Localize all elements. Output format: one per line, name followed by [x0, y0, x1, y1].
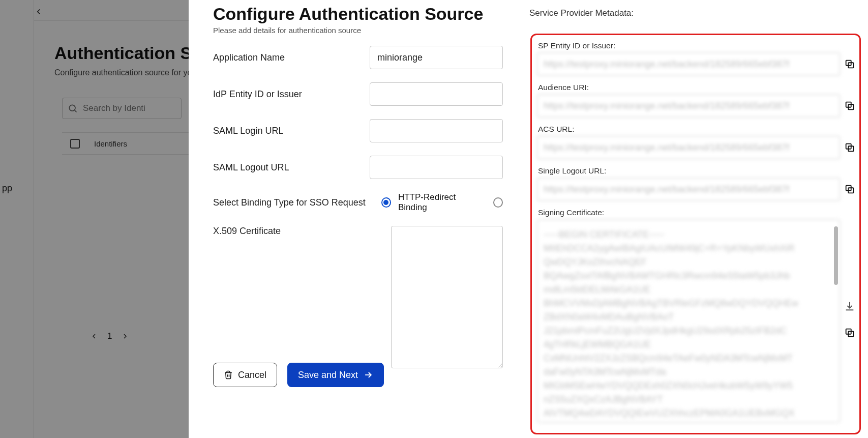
- input-saml-login[interactable]: [370, 119, 503, 142]
- save-next-button[interactable]: Save and Next: [287, 363, 384, 387]
- cancel-button[interactable]: Cancel: [213, 363, 277, 387]
- input-app-name[interactable]: [370, 46, 503, 69]
- label-audience: Audience URI:: [538, 83, 855, 92]
- download-icon: [844, 301, 855, 312]
- input-sp-entity[interactable]: [537, 52, 840, 76]
- copy-cert-button[interactable]: [844, 327, 855, 338]
- cancel-label: Cancel: [238, 370, 266, 381]
- copy-icon: [844, 142, 855, 153]
- copy-icon: [844, 100, 855, 111]
- cert-textarea[interactable]: -----BEGIN CERTIFICATE----- MIIEhDCCA2yg…: [537, 219, 840, 423]
- label-binding-type: Select Binding Type for SSO Request: [213, 197, 381, 208]
- copy-audience-button[interactable]: [844, 100, 855, 111]
- copy-sp-entity-button[interactable]: [844, 59, 855, 70]
- configure-auth-modal: Configure Authentication Source Please a…: [189, 0, 519, 438]
- label-sp-entity: SP Entity ID or Issuer:: [538, 41, 855, 50]
- copy-acs-button[interactable]: [844, 142, 855, 153]
- modal-title: Configure Authentication Source: [213, 4, 503, 24]
- save-next-label: Save and Next: [298, 370, 358, 381]
- label-saml-logout: SAML Logout URL: [213, 162, 370, 173]
- trash-icon: [224, 370, 233, 379]
- input-idp-entity[interactable]: [370, 82, 503, 106]
- input-acs[interactable]: [537, 136, 840, 159]
- label-app-name: Application Name: [213, 52, 370, 63]
- input-x509[interactable]: [391, 226, 503, 368]
- radio-other-binding[interactable]: [493, 197, 503, 208]
- label-cert: Signing Certificate:: [538, 208, 855, 217]
- copy-slo-button[interactable]: [844, 184, 855, 195]
- label-x509: X.509 Certificate: [213, 226, 391, 237]
- sp-metadata-box: SP Entity ID or Issuer: Audience URI: AC…: [530, 34, 861, 434]
- radio-http-redirect[interactable]: [381, 197, 391, 208]
- label-idp-entity: IdP Entity ID or Issuer: [213, 89, 370, 100]
- radio-http-redirect-label: HTTP-Redirect Binding: [398, 192, 481, 213]
- copy-icon: [844, 327, 855, 338]
- sp-metadata-panel: Service Provider Metadata: SP Entity ID …: [519, 0, 868, 438]
- copy-icon: [844, 184, 855, 195]
- arrow-right-icon: [363, 370, 373, 380]
- label-acs: ACS URL:: [538, 125, 855, 134]
- input-audience[interactable]: [537, 94, 840, 118]
- modal-subtitle: Please add details for authentication so…: [213, 26, 503, 35]
- label-saml-login: SAML Login URL: [213, 126, 370, 136]
- copy-icon: [844, 59, 855, 70]
- download-cert-button[interactable]: [844, 301, 855, 312]
- cert-scrollbar[interactable]: [834, 226, 838, 285]
- label-slo: Single Logout URL:: [538, 166, 855, 176]
- input-saml-logout[interactable]: [370, 156, 503, 179]
- sp-panel-title: Service Provider Metadata:: [519, 0, 868, 23]
- input-slo[interactable]: [537, 178, 840, 201]
